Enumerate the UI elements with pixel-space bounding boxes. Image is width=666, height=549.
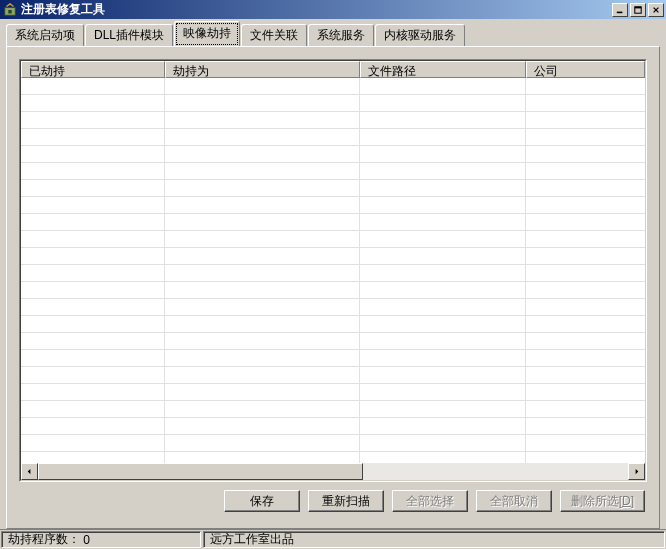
button-label: 全部选择	[406, 493, 454, 510]
scroll-track[interactable]	[38, 463, 628, 480]
table-row[interactable]	[21, 418, 645, 435]
column-filepath[interactable]: 文件路径	[360, 61, 526, 78]
status-hijack-count: 劫持程序数： 0	[1, 531, 201, 548]
tab-label: DLL插件模块	[94, 28, 164, 42]
statusbar: 劫持程序数： 0 远方工作室出品	[0, 529, 666, 549]
listview-body[interactable]	[21, 78, 645, 463]
button-label: 重新扫描	[322, 493, 370, 510]
table-row[interactable]	[21, 248, 645, 265]
minimize-button[interactable]	[612, 3, 628, 17]
column-hijacked[interactable]: 已劫持	[21, 61, 165, 78]
table-row[interactable]	[21, 265, 645, 282]
table-row[interactable]	[21, 299, 645, 316]
horizontal-scrollbar[interactable]	[21, 463, 645, 480]
tab-label: 系统启动项	[15, 28, 75, 42]
status-credit: 远方工作室出品	[203, 531, 665, 548]
tab-image-hijack[interactable]: 映像劫持	[174, 21, 240, 47]
button-label: 全部取消	[490, 493, 538, 510]
status-value: 0	[83, 533, 90, 547]
tab-dll[interactable]: DLL插件模块	[85, 24, 173, 47]
save-button[interactable]: 保存	[224, 490, 300, 512]
table-row[interactable]	[21, 231, 645, 248]
select-all-button[interactable]: 全部选择	[392, 490, 468, 512]
table-row[interactable]	[21, 350, 645, 367]
status-label: 劫持程序数：	[8, 531, 80, 548]
tab-drivers[interactable]: 内核驱动服务	[375, 24, 465, 47]
column-label: 已劫持	[29, 64, 65, 78]
window-controls	[612, 3, 664, 17]
tab-services[interactable]: 系统服务	[308, 24, 374, 47]
table-row[interactable]	[21, 95, 645, 112]
table-row[interactable]	[21, 435, 645, 452]
scroll-thumb[interactable]	[38, 463, 363, 480]
table-row[interactable]	[21, 214, 645, 231]
table-row[interactable]	[21, 316, 645, 333]
maximize-button[interactable]	[630, 3, 646, 17]
table-row[interactable]	[21, 112, 645, 129]
table-row[interactable]	[21, 367, 645, 384]
table-row[interactable]	[21, 333, 645, 350]
column-label: 劫持为	[173, 64, 209, 78]
rescan-button[interactable]: 重新扫描	[308, 490, 384, 512]
client-area: 系统启动项 DLL插件模块 映像劫持 文件关联 系统服务 内核驱动服务 已劫持 …	[0, 19, 666, 529]
svg-rect-4	[635, 6, 641, 8]
tab-label: 映像劫持	[183, 26, 231, 40]
table-row[interactable]	[21, 401, 645, 418]
table-row[interactable]	[21, 180, 645, 197]
table-row[interactable]	[21, 197, 645, 214]
column-label: 文件路径	[368, 64, 416, 78]
scroll-left-button[interactable]	[21, 463, 38, 480]
status-text: 远方工作室出品	[210, 531, 294, 548]
close-button[interactable]	[648, 3, 664, 17]
table-row[interactable]	[21, 163, 645, 180]
svg-rect-1	[8, 10, 12, 14]
tab-label: 内核驱动服务	[384, 28, 456, 42]
window-title: 注册表修复工具	[21, 1, 612, 18]
table-row[interactable]	[21, 282, 645, 299]
column-hijack-to[interactable]: 劫持为	[165, 61, 360, 78]
table-row[interactable]	[21, 78, 645, 95]
tab-file-assoc[interactable]: 文件关联	[241, 24, 307, 47]
tab-startup[interactable]: 系统启动项	[6, 24, 84, 47]
tab-label: 文件关联	[250, 28, 298, 42]
button-label: 保存	[250, 493, 274, 510]
titlebar: 注册表修复工具	[0, 0, 666, 19]
listview[interactable]: 已劫持 劫持为 文件路径 公司	[19, 59, 647, 482]
listview-header: 已劫持 劫持为 文件路径 公司	[21, 61, 645, 78]
button-label: 删除所选[D]	[571, 493, 634, 510]
column-company[interactable]: 公司	[526, 61, 645, 78]
app-icon	[2, 2, 18, 18]
deselect-all-button[interactable]: 全部取消	[476, 490, 552, 512]
tab-label: 系统服务	[317, 28, 365, 42]
tab-panel: 已劫持 劫持为 文件路径 公司	[6, 46, 660, 529]
delete-selected-button[interactable]: 删除所选[D]	[560, 490, 645, 512]
column-label: 公司	[534, 64, 558, 78]
table-row[interactable]	[21, 146, 645, 163]
svg-rect-2	[617, 11, 623, 13]
scroll-right-button[interactable]	[628, 463, 645, 480]
button-row: 保存 重新扫描 全部选择 全部取消 删除所选[D]	[19, 482, 647, 520]
table-row[interactable]	[21, 129, 645, 146]
table-row[interactable]	[21, 384, 645, 401]
tab-strip: 系统启动项 DLL插件模块 映像劫持 文件关联 系统服务 内核驱动服务	[6, 25, 660, 46]
